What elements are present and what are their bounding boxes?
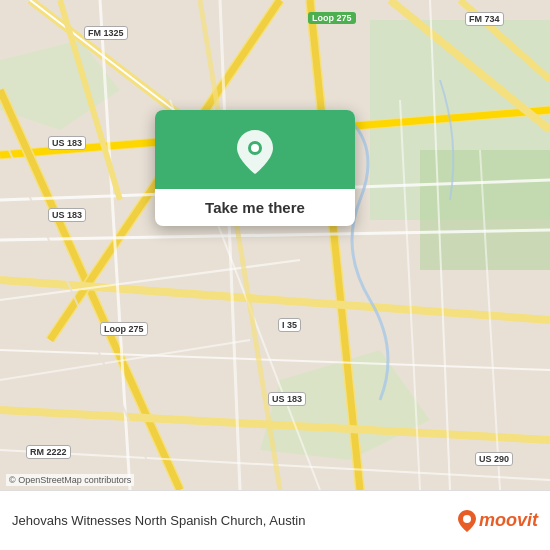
map-attribution: © OpenStreetMap contributors [6,474,134,486]
road-label-us183-left2: US 183 [48,208,86,222]
moovit-pin-icon [458,510,476,532]
road-label-fm734: FM 734 [465,12,504,26]
road-label-rm2222: RM 2222 [26,445,71,459]
svg-point-35 [251,144,259,152]
road-label-loop275-top: Loop 275 [308,12,356,24]
popup-card: Take me there [155,110,355,226]
svg-point-36 [463,515,471,523]
moovit-logo: moovit [458,510,538,532]
map-container: Loop 275 FM 1325 FM 734 US 183 US 183 I … [0,0,550,490]
road-label-fm1325: FM 1325 [84,26,128,40]
bottom-bar: Jehovahs Witnesses North Spanish Church,… [0,490,550,550]
road-label-us183-left1: US 183 [48,136,86,150]
take-me-there-button[interactable]: Take me there [155,189,355,226]
map-pin-icon [237,130,273,174]
popup-green-area [155,110,355,189]
moovit-brand-text: moovit [479,510,538,531]
road-label-us183-bot: US 183 [268,392,306,406]
road-label-loop275-bot: Loop 275 [100,322,148,336]
road-label-us290: US 290 [475,452,513,466]
place-name: Jehovahs Witnesses North Spanish Church,… [12,513,458,528]
road-label-i35: I 35 [278,318,301,332]
